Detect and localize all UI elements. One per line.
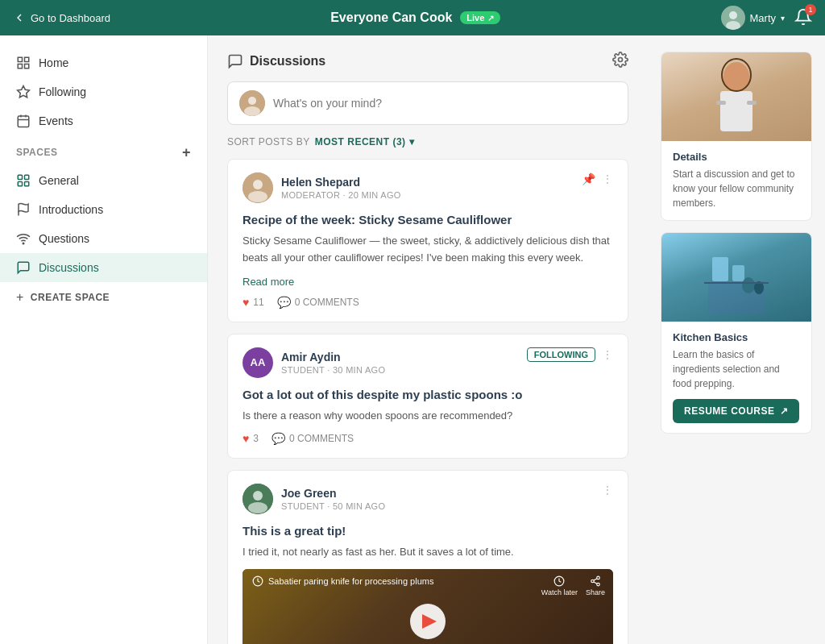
post-more-button[interactable]: ⋮ xyxy=(602,484,613,497)
read-more-link[interactable]: Read more xyxy=(243,276,294,288)
flag-icon xyxy=(16,202,31,217)
spaces-label: SPACES xyxy=(16,147,57,158)
create-space-button[interactable]: + CREATE SPACE xyxy=(0,282,207,313)
svg-point-20 xyxy=(248,97,256,105)
plus-icon: + xyxy=(16,290,24,305)
settings-button[interactable] xyxy=(612,52,628,70)
post-input[interactable] xyxy=(273,97,616,110)
svg-point-18 xyxy=(619,58,623,62)
discussions-chat-icon xyxy=(227,53,243,69)
sidebar-item-introductions[interactable]: Introductions xyxy=(0,195,207,224)
community-title: Everyone Can Cook xyxy=(330,10,452,25)
svg-point-32 xyxy=(597,584,600,587)
svg-rect-15 xyxy=(25,182,29,186)
svg-rect-6 xyxy=(25,64,29,69)
resume-course-button[interactable]: RESUME COURSE xyxy=(673,399,799,423)
kitchen-image xyxy=(661,233,811,322)
sidebar-item-label: Events xyxy=(39,114,73,127)
card-title: Kitchen Basics xyxy=(673,331,800,343)
card-description: Start a discussion and get to know your … xyxy=(673,167,800,210)
post-more-button[interactable]: ⋮ xyxy=(602,172,613,185)
sidebar-item-general[interactable]: General xyxy=(0,166,207,195)
add-space-button[interactable]: + xyxy=(182,145,191,160)
woman-cooking-image xyxy=(661,52,811,141)
avatar-image xyxy=(721,6,745,30)
user-menu[interactable]: Marty ▾ xyxy=(721,6,786,30)
video-controls: Watch later Share xyxy=(541,575,605,596)
top-navigation: Go to Dashboard Everyone Can Cook Live M… xyxy=(0,0,825,35)
card-body: Details Start a discussion and get to kn… xyxy=(661,141,811,220)
avatar-graphic xyxy=(239,90,265,116)
post-body: Sticky Sesame Cauliflower — the sweet, s… xyxy=(243,233,613,267)
sidebar-item-label: Following xyxy=(39,85,86,98)
svg-rect-36 xyxy=(720,91,752,131)
svg-rect-4 xyxy=(25,57,29,61)
post-actions: ⋮ xyxy=(602,484,613,497)
avatar-image xyxy=(243,484,273,514)
post-footer: ♥ 3 💬 0 COMMENTS xyxy=(243,432,613,445)
comments-count[interactable]: 💬 0 COMMENTS xyxy=(272,432,354,445)
post-card: Joe Green STUDENT · 50 MIN AGO ⋮ This is… xyxy=(227,470,628,644)
user-name: Marty xyxy=(750,12,777,24)
right-panel: Details Start a discussion and get to kn… xyxy=(648,35,825,644)
comments-count[interactable]: 💬 0 COMMENTS xyxy=(277,296,359,309)
post-body: I tried it, not nearly as fast as her. B… xyxy=(243,544,613,561)
play-button[interactable] xyxy=(410,604,446,639)
space-label: Discussions xyxy=(39,261,99,274)
create-space-label: CREATE SPACE xyxy=(31,292,110,303)
sidebar: Home Following Events SPACES + General xyxy=(0,35,208,644)
svg-line-33 xyxy=(594,582,597,584)
sidebar-item-discussions[interactable]: Discussions xyxy=(0,253,207,282)
post-body: Is there a reason why wooden spoons are … xyxy=(243,408,613,425)
likes-count[interactable]: ♥ 11 xyxy=(243,296,264,309)
sidebar-item-home[interactable]: Home xyxy=(0,48,207,77)
heart-icon: ♥ xyxy=(243,432,249,445)
chevron-down-icon: ▾ xyxy=(781,14,785,23)
notification-count: 1 xyxy=(805,4,816,15)
post-header: Joe Green STUDENT · 50 MIN AGO ⋮ xyxy=(243,484,613,514)
svg-point-31 xyxy=(591,580,595,583)
share-button[interactable]: Share xyxy=(586,575,605,596)
space-label: Questions xyxy=(39,232,89,245)
svg-rect-12 xyxy=(18,175,22,179)
main-layout: Home Following Events SPACES + General xyxy=(0,35,825,644)
grid-icon xyxy=(16,56,31,70)
video-label: Sabatier paring knife for processing plu… xyxy=(252,575,433,587)
live-badge: Live xyxy=(460,11,500,24)
sidebar-item-events[interactable]: Events xyxy=(0,106,207,135)
nav-center: Everyone Can Cook Live xyxy=(330,10,500,25)
arrow-left-icon xyxy=(13,11,26,24)
pin-icon[interactable]: 📌 xyxy=(582,172,595,185)
author-meta: MODERATOR · 20 MIN AGO xyxy=(281,190,401,200)
sort-bar: SORT POSTS BY MOST RECENT (3) ▾ xyxy=(227,136,628,147)
back-label: Go to Dashboard xyxy=(31,12,110,24)
svg-rect-39 xyxy=(747,101,757,105)
kitchen-illustration xyxy=(704,233,769,322)
sidebar-item-questions[interactable]: Questions xyxy=(0,224,207,253)
notifications-button[interactable]: 1 xyxy=(794,8,812,28)
wifi-icon xyxy=(16,231,31,246)
author-avatar: AA xyxy=(243,347,273,378)
svg-rect-42 xyxy=(732,265,744,281)
watch-later-icon xyxy=(553,575,565,587)
woman-illustration xyxy=(704,52,769,141)
current-user-avatar xyxy=(239,90,265,116)
author-info: AA Amir Aydin STUDENT · 30 MIN AGO xyxy=(243,347,385,378)
watch-later-button[interactable]: Watch later xyxy=(541,575,578,596)
svg-rect-41 xyxy=(712,257,728,281)
sidebar-item-label: Home xyxy=(39,56,68,69)
author-info: Helen Shepard MODERATOR · 20 MIN AGO xyxy=(243,172,401,203)
video-thumbnail[interactable]: Sabatier paring knife for processing plu… xyxy=(243,569,613,644)
svg-point-21 xyxy=(244,106,260,116)
sort-label: SORT POSTS BY xyxy=(227,136,310,147)
details-card: Details Start a discussion and get to kn… xyxy=(661,52,812,221)
sort-active-option[interactable]: MOST RECENT (3) ▾ xyxy=(315,136,414,147)
post-header: Helen Shepard MODERATOR · 20 MIN AGO 📌 ⋮ xyxy=(243,172,613,203)
discussions-title: Discussions xyxy=(250,54,325,69)
likes-count[interactable]: ♥ 3 xyxy=(243,432,259,445)
sidebar-item-following[interactable]: Following xyxy=(0,77,207,106)
post-more-button[interactable]: ⋮ xyxy=(602,348,613,361)
svg-point-43 xyxy=(742,277,755,293)
following-tag[interactable]: FOLLOWING xyxy=(527,347,595,362)
back-to-dashboard[interactable]: Go to Dashboard xyxy=(13,11,110,24)
